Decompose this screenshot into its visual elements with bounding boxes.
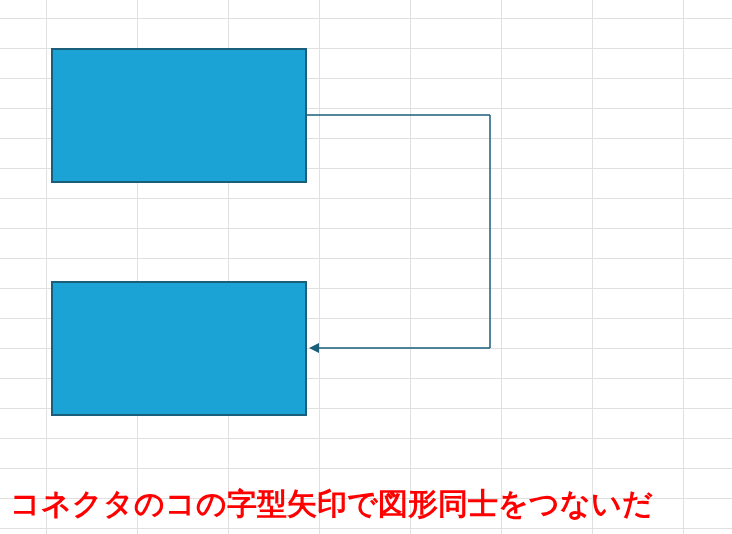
rectangle-shape-2[interactable] (51, 281, 307, 416)
caption-text: コネクタのコの字型矢印で図形同士をつないだ (10, 484, 653, 525)
rectangle-shape-1[interactable] (51, 48, 307, 183)
